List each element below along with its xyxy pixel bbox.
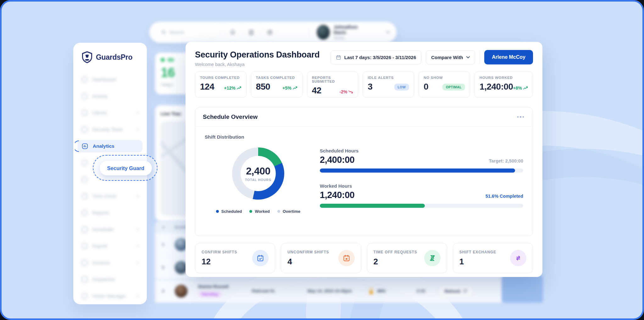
stat-hours-worked: HOURS WORKED 1,240:00 +8%: [475, 71, 533, 98]
mini-stat-value: 16: [161, 65, 186, 80]
notifications-button[interactable]: [225, 25, 240, 40]
chevron-right-icon: [137, 228, 139, 231]
search-icon: [161, 30, 166, 35]
chevron-down-icon: [386, 31, 390, 33]
delta-value: +8%: [513, 86, 522, 91]
documents-button[interactable]: [244, 25, 259, 40]
search-input[interactable]: [156, 26, 220, 39]
sidebar-nav: Dashboard Activity Clients Security Team: [73, 73, 147, 302]
progress-fill: [320, 168, 515, 173]
payroll-icon: [81, 243, 88, 249]
sidebar-item-analytics[interactable]: Analytics: [78, 140, 142, 152]
sidebar-item-invoices[interactable]: Invoices: [78, 257, 142, 269]
avatar: [317, 25, 330, 40]
sidebar-item-activity[interactable]: Activity: [78, 90, 142, 102]
compare-with-dropdown[interactable]: Compare With: [426, 50, 475, 64]
sidebar-item-scheduler[interactable]: Scheduler: [78, 223, 142, 236]
date-range-picker[interactable]: Last 7 days: 3/5/2026 - 3/11/2026: [330, 50, 422, 64]
time-off-requests-card[interactable]: TIME OFF REQUESTS 2: [367, 243, 447, 273]
sidebar-item-visitor-manager[interactable]: Visitor Manager: [78, 290, 142, 302]
date-range-label: Last 7 days: 3/5/2026 - 3/11/2026: [344, 55, 416, 60]
donut-legend: Scheduled Worked Overtime: [216, 209, 301, 214]
sidebar-item-time-clock[interactable]: Time Clock: [78, 190, 142, 202]
compare-with-label: Compare With: [431, 55, 463, 60]
stat-idle-alerts: IDLE ALERTS 3 LOW: [363, 71, 414, 98]
progress-track: [320, 168, 523, 173]
battery-percent: 46%: [377, 289, 386, 293]
top-navigation-bar: Johnathon Davis Admin: [149, 22, 397, 43]
visitor-manager-icon: [81, 293, 88, 299]
confirm-shifts-card[interactable]: CONFIRM SHIFTS 12: [195, 243, 275, 273]
bell-icon: [230, 29, 236, 36]
guard-name: Dianne Russell: [198, 284, 229, 289]
dashboard-icon: [81, 76, 88, 83]
sidebar-item-dispatcher[interactable]: Dispatcher: [78, 273, 142, 286]
security-guard-selection-outline: Security Guard: [93, 155, 158, 181]
battery-icon: [369, 287, 373, 294]
refresh-label: Refresh: [445, 289, 460, 294]
stat-tasks-completed: TASKS COMPLETED 850 +5%: [251, 71, 303, 98]
divider: [309, 26, 309, 39]
status-badge: OPTIMAL: [442, 84, 465, 91]
trend-up-icon: [293, 86, 297, 90]
chevron-right-icon: [137, 245, 139, 248]
dispatcher-icon: [81, 276, 88, 283]
security-team-icon: [81, 126, 88, 133]
stat-reports-submitted: REPORTS SUBMITTED 42 -2%: [307, 71, 358, 98]
document-icon: [248, 29, 254, 36]
scheduler-icon: [81, 226, 88, 233]
chevron-down-icon: [466, 56, 470, 58]
schedule-overview-card: Schedule Overview Shift Distribution 2,4…: [195, 107, 533, 236]
user-menu[interactable]: Johnathon Davis Admin: [317, 24, 390, 40]
messenger-icon: [81, 160, 88, 166]
more-menu-icon[interactable]: [516, 115, 525, 119]
trend-up-icon: [523, 86, 528, 90]
calendar-check-icon: [252, 250, 269, 266]
trend-up-icon: [237, 86, 242, 90]
sidebar-subitem-security-guard[interactable]: Security Guard: [100, 161, 152, 175]
selected-guard-button[interactable]: Arlene McCoy: [484, 50, 533, 64]
shift-exchange-card[interactable]: SHIFT EXCHANGE 1: [453, 243, 533, 273]
target-label: Target: 2,500:00: [489, 158, 523, 165]
app-name: GuardsPro: [96, 53, 132, 62]
shift-distribution-label: Shift Distribution: [205, 134, 523, 140]
calendar-icon: [336, 55, 341, 60]
sidebar-item-clients[interactable]: Clients: [78, 107, 142, 119]
progress-fill: [320, 204, 425, 208]
scheduled-hours-progress: Scheduled Hours 2,400:00 Target: 2,500:0…: [320, 148, 523, 173]
time-clock-icon: [81, 193, 88, 199]
divider: [480, 51, 480, 64]
refresh-button[interactable]: Refresh: [438, 284, 474, 298]
status-badge: Patrolling: [198, 291, 222, 297]
sidebar-item-payroll[interactable]: Payroll: [78, 240, 142, 252]
shift-summary-row: CONFIRM SHIFTS 12 UNCONFIRM SHIFTS 4 T: [195, 243, 533, 273]
mini-stat-caption: Today's: [161, 83, 186, 87]
activity-icon: [81, 93, 88, 99]
completed-label: 51.6% Completed: [486, 194, 523, 200]
user-role: Admin: [334, 36, 367, 40]
location: Railroad St.: [252, 289, 275, 293]
status-badge: LOW: [394, 84, 409, 91]
user-name: Johnathon Davis: [334, 24, 367, 35]
row-number: 2: [162, 265, 164, 270]
row-number: 1: [162, 242, 164, 247]
trend-down-icon: [348, 90, 353, 93]
delta-value: +12%: [224, 86, 236, 91]
column-hash: #: [163, 225, 165, 229]
stat-no-show: NO SHOW 0 OPTIMAL: [419, 71, 470, 98]
row-number: 3: [162, 289, 164, 293]
status-dots: [161, 58, 186, 62]
share-button[interactable]: [263, 25, 277, 40]
avatar: [174, 284, 188, 298]
sidebar-item-reports[interactable]: Reports: [78, 207, 142, 219]
hourglass-slash-icon: [424, 250, 441, 266]
delta-value: -2%: [340, 89, 347, 94]
sidebar-item-dashboard[interactable]: Dashboard: [78, 73, 142, 86]
table-row: 3 Dianne Russell Patrolling Railroad St.…: [155, 280, 502, 303]
delta-value: +5%: [282, 86, 291, 91]
page-title: Security Operations Dashboard: [195, 50, 319, 60]
unconfirm-shifts-card[interactable]: UNCONFIRM SHIFTS 4: [281, 243, 361, 273]
sidebar-item-security-team[interactable]: Security Team: [78, 123, 142, 136]
share-icon: [267, 29, 273, 36]
stat-tours-completed: TOURS COMPLETED 124 +12%: [195, 71, 247, 98]
